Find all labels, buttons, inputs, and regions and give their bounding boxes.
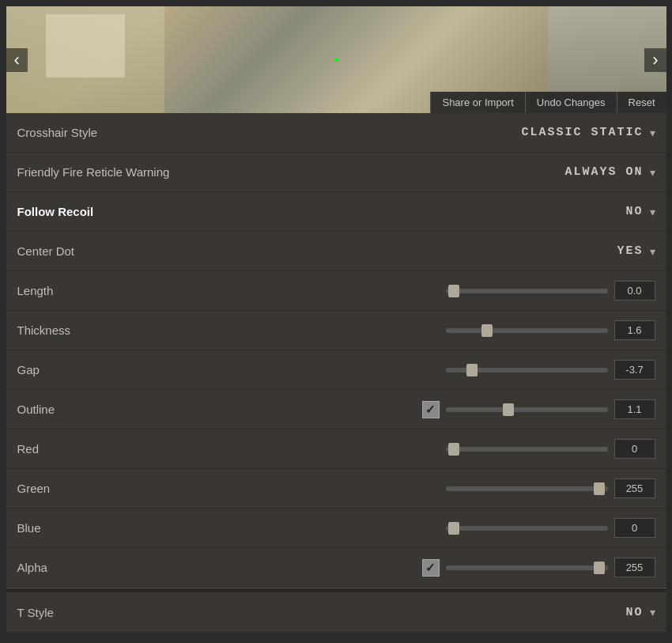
setting-row-t-style: T Style NO ▾ xyxy=(6,592,666,632)
blue-label: Blue xyxy=(17,521,160,535)
length-label: Length xyxy=(17,284,160,297)
crosshair-style-chevron: ▾ xyxy=(650,127,655,139)
gap-value: -3.7 xyxy=(614,360,655,380)
bg-decor-2 xyxy=(46,14,125,78)
outline-control: ✓ 1.1 xyxy=(422,399,655,419)
crosshair-style-value: CLASSIC STATIC xyxy=(521,126,643,139)
thickness-slider-control: 1.6 xyxy=(446,320,655,340)
t-style-value: NO xyxy=(625,606,643,619)
t-style-chevron: ▾ xyxy=(650,606,655,618)
settings-panel: Crosshair Style CLASSIC STATIC ▾ Friendl… xyxy=(6,113,666,632)
t-style-label: T Style xyxy=(17,606,160,619)
gap-label: Gap xyxy=(17,363,160,376)
outline-checkbox[interactable]: ✓ xyxy=(422,401,440,418)
undo-changes-button[interactable]: Undo Changes xyxy=(525,92,617,113)
friendly-fire-label: Friendly Fire Reticle Warning xyxy=(17,165,170,179)
length-value: 0.0 xyxy=(614,281,655,301)
crosshair-style-label: Crosshair Style xyxy=(17,126,160,139)
crosshair-style-dropdown[interactable]: CLASSIC STATIC ▾ xyxy=(521,126,655,139)
alpha-checkmark: ✓ xyxy=(425,562,436,573)
setting-row-length: Length 0.0 xyxy=(6,271,666,311)
thickness-slider[interactable] xyxy=(446,328,608,333)
setting-row-thickness: Thickness 1.6 xyxy=(6,311,666,350)
crosshair-preview: ‹ › Share or Import Undo Changes Reset xyxy=(6,6,666,113)
outline-checkmark: ✓ xyxy=(425,403,436,415)
outline-label: Outline xyxy=(17,403,160,416)
outline-value: 1.1 xyxy=(614,399,655,419)
alpha-control: ✓ 255 xyxy=(422,558,655,577)
red-label: Red xyxy=(17,442,160,456)
gap-slider-control: -3.7 xyxy=(446,360,655,380)
follow-recoil-value: NO xyxy=(625,205,643,218)
length-slider-control: 0.0 xyxy=(446,281,655,301)
preview-nav-right[interactable]: › xyxy=(644,48,666,72)
green-slider[interactable] xyxy=(446,486,608,491)
follow-recoil-dropdown[interactable]: NO ▾ xyxy=(625,205,655,218)
alpha-label: Alpha xyxy=(17,561,160,574)
red-slider[interactable] xyxy=(446,447,608,452)
t-style-dropdown[interactable]: NO ▾ xyxy=(625,606,655,619)
green-value: 255 xyxy=(614,478,655,498)
outline-slider[interactable] xyxy=(446,407,608,412)
alpha-checkbox[interactable]: ✓ xyxy=(422,559,440,577)
thickness-label: Thickness xyxy=(17,323,160,337)
red-slider-control: 0 xyxy=(446,439,655,459)
reset-button[interactable]: Reset xyxy=(617,92,666,113)
blue-slider-control: 0 xyxy=(446,518,655,538)
gap-slider[interactable] xyxy=(446,368,608,373)
preview-nav-left[interactable]: ‹ xyxy=(6,48,28,72)
setting-row-crosshair-style: Crosshair Style CLASSIC STATIC ▾ xyxy=(6,113,666,153)
alpha-slider[interactable] xyxy=(446,565,608,570)
follow-recoil-chevron: ▾ xyxy=(650,206,655,218)
center-dot-dropdown[interactable]: YES ▾ xyxy=(617,244,655,258)
green-slider-control: 255 xyxy=(446,478,655,498)
setting-row-friendly-fire: Friendly Fire Reticle Warning ALWAYS ON … xyxy=(6,153,666,192)
share-import-button[interactable]: Share or Import xyxy=(430,92,524,113)
alpha-value: 255 xyxy=(614,558,655,577)
thickness-value: 1.6 xyxy=(614,320,655,340)
setting-row-gap: Gap -3.7 xyxy=(6,350,666,390)
friendly-fire-dropdown[interactable]: ALWAYS ON ▾ xyxy=(564,165,655,179)
center-dot-label: Center Dot xyxy=(17,244,160,258)
setting-row-outline: Outline ✓ 1.1 xyxy=(6,390,666,429)
follow-recoil-label: Follow Recoil xyxy=(17,205,160,218)
blue-slider[interactable] xyxy=(446,526,608,531)
setting-row-red: Red 0 xyxy=(6,429,666,469)
preview-action-buttons: Share or Import Undo Changes Reset xyxy=(430,92,666,113)
setting-row-alpha: Alpha ✓ 255 xyxy=(6,548,666,588)
setting-row-green: Green 255 xyxy=(6,469,666,509)
blue-value: 0 xyxy=(614,518,655,538)
red-value: 0 xyxy=(614,439,655,459)
setting-row-center-dot: Center Dot YES ▾ xyxy=(6,232,666,271)
setting-row-follow-recoil: Follow Recoil NO ▾ xyxy=(6,192,666,232)
center-dot-chevron: ▾ xyxy=(650,245,655,258)
green-label: Green xyxy=(17,482,160,495)
friendly-fire-chevron: ▾ xyxy=(650,166,655,179)
setting-row-blue: Blue 0 xyxy=(6,509,666,548)
friendly-fire-value: ALWAYS ON xyxy=(564,165,643,179)
crosshair-center-dot xyxy=(334,59,338,62)
length-slider[interactable] xyxy=(446,289,608,293)
center-dot-value: YES xyxy=(617,244,643,258)
